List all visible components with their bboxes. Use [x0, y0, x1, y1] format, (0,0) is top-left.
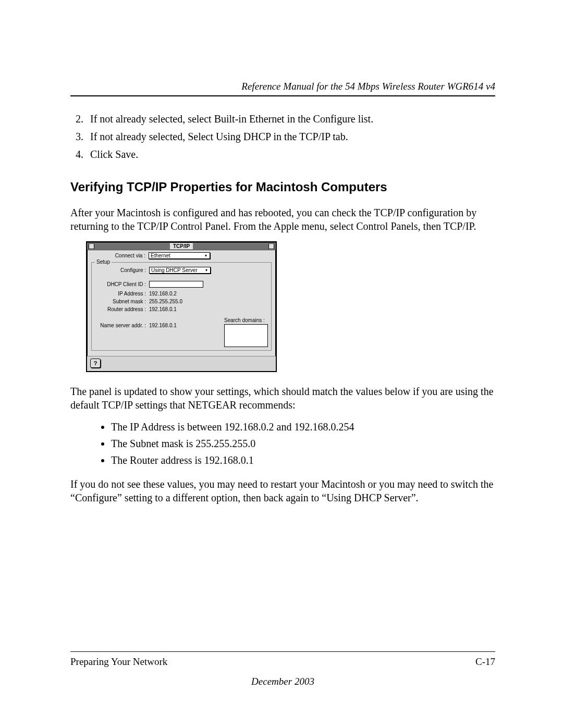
router-address-label: Router address : [95, 306, 149, 312]
tcpip-window: TCP/IP Connect via : Ethernet ▾ Setup C [86, 241, 277, 372]
search-domains-input[interactable] [224, 324, 268, 347]
bullet-item: The Router address is 192.168.0.1 [111, 453, 495, 467]
help-icon: ? [94, 360, 97, 366]
window-titlebar: TCP/IP [87, 242, 276, 250]
step-item: Click Save. [86, 147, 495, 161]
dropdown-arrows-icon: ▾ [204, 268, 209, 273]
window-zoom-box[interactable] [268, 243, 274, 249]
tcpip-panel-figure: TCP/IP Connect via : Ethernet ▾ Setup C [86, 241, 495, 372]
configure-label: Configure : [95, 267, 149, 273]
numbered-steps: If not already selected, select Built-in… [70, 112, 495, 161]
dropdown-arrows-icon: ▾ [204, 254, 208, 258]
setup-fieldset: Setup Configure : Using DHCP Server ▾ DH… [91, 262, 272, 351]
ip-address-label: IP Address : [95, 291, 149, 297]
window-footer: ? [87, 356, 276, 371]
intro-paragraph: After your Macintosh is configured and h… [70, 206, 495, 233]
configure-select[interactable]: Using DHCP Server ▾ [149, 267, 211, 274]
page-footer: Preparing Your Network C-17 December 200… [70, 651, 495, 687]
connect-via-label: Connect via : [91, 253, 149, 258]
help-button[interactable]: ? [90, 359, 101, 368]
router-address-value: 192.168.0.1 [149, 306, 177, 312]
footer-section: Preparing Your Network [70, 656, 167, 668]
nameserver-value: 192.168.0.1 [149, 323, 177, 328]
search-domains-label: Search domains : [224, 317, 268, 323]
window-body: Connect via : Ethernet ▾ Setup Configure… [87, 250, 276, 356]
closing-paragraph: If you do not see these values, you may … [70, 477, 495, 504]
setup-legend: Setup [95, 259, 112, 265]
bullet-item: The IP Address is between 192.168.0.2 an… [111, 420, 495, 434]
window-close-box[interactable] [89, 243, 94, 249]
step-item: If not already selected, Select Using DH… [86, 130, 495, 143]
subnet-mask-value: 255.255.255.0 [149, 299, 182, 304]
footer-page-number: C-17 [475, 656, 495, 668]
connect-via-value: Ethernet [151, 253, 170, 258]
configure-value: Using DHCP Server [151, 267, 198, 273]
footer-rule [70, 651, 495, 652]
step-item: If not already selected, select Built-in… [86, 112, 495, 126]
dhcp-client-id-label: DHCP Client ID : [95, 281, 149, 287]
subnet-mask-label: Subnet mask : [95, 299, 149, 304]
dhcp-client-id-input[interactable] [149, 281, 203, 288]
values-bullets: The IP Address is between 192.168.0.2 an… [70, 420, 495, 467]
section-heading: Verifying TCP/IP Properties for Macintos… [70, 180, 495, 194]
page: Reference Manual for the 54 Mbps Wireles… [0, 0, 563, 728]
nameserver-label: Name server addr. : [95, 323, 149, 328]
running-header: Reference Manual for the 54 Mbps Wireles… [70, 81, 495, 96]
bullet-item: The Subnet mask is 255.255.255.0 [111, 437, 495, 450]
window-title: TCP/IP [87, 243, 276, 249]
window-title-text: TCP/IP [170, 243, 193, 249]
after-panel-paragraph: The panel is updated to show your settin… [70, 385, 495, 412]
ip-address-value: 192.168.0.2 [149, 291, 177, 297]
footer-date: December 2003 [70, 676, 495, 687]
connect-via-select[interactable]: Ethernet ▾ [149, 252, 210, 259]
